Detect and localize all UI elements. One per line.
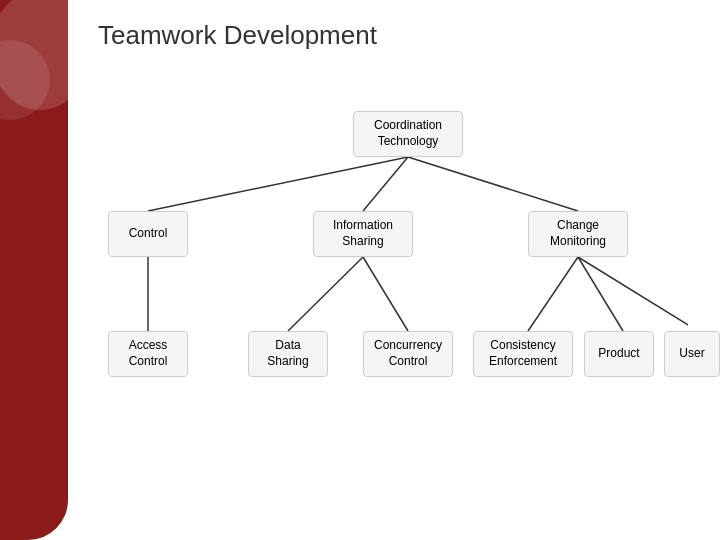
svg-line-8 <box>578 257 688 331</box>
node-user: User <box>664 331 720 377</box>
main-content: Teamwork Development Coordination Techno <box>68 0 720 540</box>
node-consistency-enforcement: ConsistencyEnforcement <box>473 331 573 377</box>
node-access-control: AccessControl <box>108 331 188 377</box>
sidebar <box>0 0 68 540</box>
page-title: Teamwork Development <box>98 20 690 51</box>
node-data-sharing: DataSharing <box>248 331 328 377</box>
node-concurrency-control: ConcurrencyControl <box>363 331 453 377</box>
svg-line-6 <box>528 257 578 331</box>
svg-line-4 <box>288 257 363 331</box>
node-control: Control <box>108 211 188 257</box>
svg-line-0 <box>148 157 408 211</box>
svg-line-7 <box>578 257 623 331</box>
node-product: Product <box>584 331 654 377</box>
svg-line-2 <box>408 157 578 211</box>
tree-diagram: Coordination Technology Control Informat… <box>98 81 688 501</box>
svg-line-5 <box>363 257 408 331</box>
node-information-sharing: InformationSharing <box>313 211 413 257</box>
svg-line-1 <box>363 157 408 211</box>
node-change-monitoring: ChangeMonitoring <box>528 211 628 257</box>
node-coordination-technology: Coordination Technology <box>353 111 463 157</box>
